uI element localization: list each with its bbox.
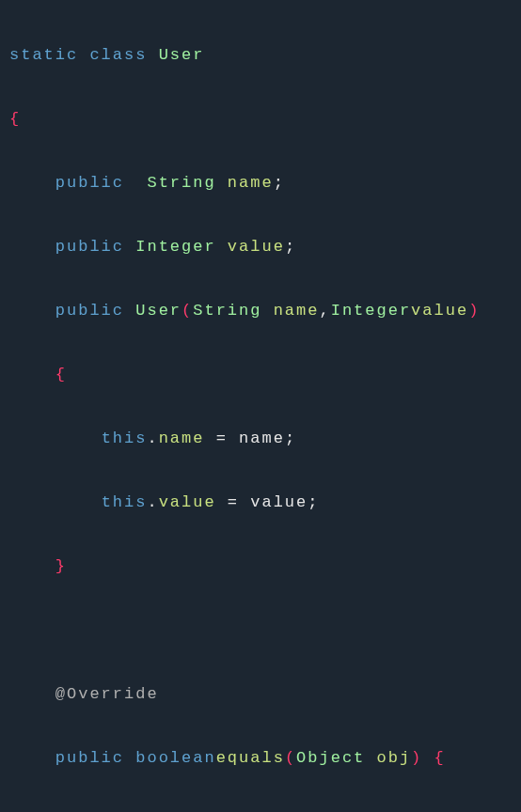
paren-close: ) bbox=[411, 749, 422, 767]
brace-open: { bbox=[434, 749, 446, 767]
keyword-public: public bbox=[55, 749, 124, 767]
paren-open: ( bbox=[285, 749, 296, 767]
keyword-this: this bbox=[102, 493, 148, 511]
keyword-boolean: boolean bbox=[135, 749, 215, 767]
paren-close: ) bbox=[468, 302, 480, 320]
paren-open: ( bbox=[182, 302, 193, 320]
param-name: name bbox=[274, 302, 320, 320]
annotation-override: @Override bbox=[55, 685, 159, 703]
semicolon: ; bbox=[274, 174, 285, 192]
type-object: Object bbox=[296, 749, 365, 767]
semicolon: ; bbox=[285, 238, 296, 256]
equals-sign: = bbox=[228, 493, 239, 511]
keyword-this: this bbox=[102, 429, 148, 447]
keyword-static: static bbox=[9, 46, 78, 64]
value-name: name bbox=[239, 429, 285, 447]
comma: , bbox=[319, 302, 330, 320]
brace-open: { bbox=[55, 366, 67, 383]
constructor-name: User bbox=[135, 302, 182, 320]
keyword-class: class bbox=[89, 46, 147, 64]
type-string: String bbox=[193, 302, 261, 320]
keyword-public: public bbox=[55, 174, 124, 192]
brace-close: } bbox=[55, 557, 67, 575]
field-name: name bbox=[159, 429, 205, 447]
field-value: value bbox=[228, 238, 285, 256]
semicolon: ; bbox=[285, 429, 296, 447]
dot: . bbox=[147, 493, 158, 511]
keyword-public: public bbox=[55, 302, 124, 320]
method-equals: equals bbox=[216, 749, 285, 767]
field-value: value bbox=[159, 493, 216, 511]
type-string: String bbox=[147, 174, 215, 192]
dot: . bbox=[147, 429, 158, 447]
code-block: static class User { public String name; … bbox=[0, 0, 521, 812]
type-integer: Integer bbox=[331, 302, 411, 320]
value-value: value bbox=[250, 493, 308, 511]
semicolon: ; bbox=[308, 493, 319, 511]
equals-sign: = bbox=[216, 429, 228, 447]
type-integer: Integer bbox=[135, 238, 215, 256]
keyword-public: public bbox=[55, 238, 124, 256]
field-name: name bbox=[228, 174, 274, 192]
param-obj: obj bbox=[377, 749, 412, 767]
code-line: static class User bbox=[9, 46, 204, 64]
param-value: value bbox=[411, 302, 468, 320]
type-user: User bbox=[159, 46, 205, 64]
brace-open: { bbox=[9, 110, 21, 128]
